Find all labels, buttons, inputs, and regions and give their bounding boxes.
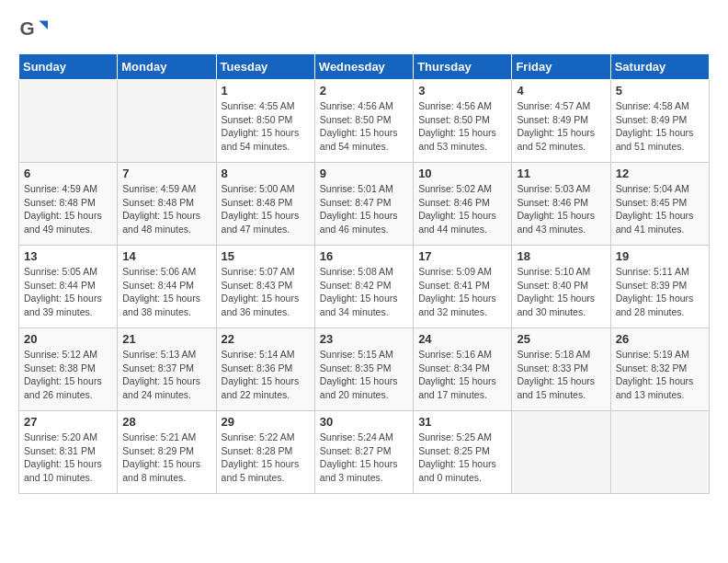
day-info: Sunrise: 5:06 AMSunset: 8:44 PMDaylight:… (122, 265, 210, 319)
day-info: Sunrise: 5:12 AMSunset: 8:38 PMDaylight:… (24, 348, 112, 402)
day-info: Sunrise: 4:55 AMSunset: 8:50 PMDaylight:… (222, 99, 310, 154)
day-info: Sunrise: 4:58 AMSunset: 8:49 PMDaylight:… (616, 99, 704, 154)
day-number: 8 (222, 167, 310, 180)
weekday-header-row: SundayMondayTuesdayWednesdayThursdayFrid… (19, 54, 710, 80)
logo-icon: G (18, 15, 48, 44)
weekday-monday: Monday (118, 54, 216, 80)
calendar-cell: 22Sunrise: 5:14 AMSunset: 8:36 PMDayligh… (216, 328, 314, 411)
weekday-wednesday: Wednesday (314, 54, 413, 80)
day-number: 14 (122, 249, 210, 263)
calendar-week-2: 6Sunrise: 4:59 AMSunset: 8:48 PMDaylight… (19, 163, 710, 246)
day-number: 16 (320, 249, 408, 263)
calendar-cell: 25Sunrise: 5:18 AMSunset: 8:33 PMDayligh… (512, 328, 610, 411)
day-number: 27 (24, 415, 112, 429)
day-number: 22 (222, 332, 310, 346)
day-number: 19 (616, 249, 704, 263)
day-info: Sunrise: 5:08 AMSunset: 8:42 PMDaylight:… (320, 265, 408, 319)
day-number: 26 (616, 332, 704, 346)
calendar-cell: 9Sunrise: 5:01 AMSunset: 8:47 PMDaylight… (314, 163, 413, 246)
calendar-cell: 18Sunrise: 5:10 AMSunset: 8:40 PMDayligh… (512, 246, 610, 328)
day-number: 18 (517, 249, 605, 263)
calendar-cell (19, 80, 118, 163)
calendar-cell: 30Sunrise: 5:24 AMSunset: 8:27 PMDayligh… (314, 411, 413, 494)
day-number: 13 (24, 249, 112, 263)
day-number: 5 (616, 84, 704, 98)
day-info: Sunrise: 5:07 AMSunset: 8:43 PMDaylight:… (222, 265, 310, 319)
day-info: Sunrise: 5:20 AMSunset: 8:31 PMDaylight:… (24, 431, 112, 485)
day-info: Sunrise: 5:19 AMSunset: 8:32 PMDaylight:… (616, 348, 704, 402)
day-info: Sunrise: 5:25 AMSunset: 8:25 PMDaylight:… (418, 431, 506, 485)
day-number: 1 (222, 84, 310, 98)
calendar-table: SundayMondayTuesdayWednesdayThursdayFrid… (18, 53, 710, 494)
day-info: Sunrise: 5:01 AMSunset: 8:47 PMDaylight:… (320, 182, 408, 236)
day-number: 25 (517, 332, 605, 346)
day-info: Sunrise: 5:24 AMSunset: 8:27 PMDaylight:… (320, 431, 408, 485)
calendar-cell: 21Sunrise: 5:13 AMSunset: 8:37 PMDayligh… (118, 328, 216, 411)
day-info: Sunrise: 5:16 AMSunset: 8:34 PMDaylight:… (418, 348, 506, 402)
calendar-cell (610, 411, 709, 494)
calendar-cell: 28Sunrise: 5:21 AMSunset: 8:29 PMDayligh… (118, 411, 216, 494)
day-info: Sunrise: 5:11 AMSunset: 8:39 PMDaylight:… (616, 265, 704, 319)
day-number: 24 (418, 332, 506, 346)
day-info: Sunrise: 4:57 AMSunset: 8:49 PMDaylight:… (517, 99, 605, 154)
day-number: 3 (418, 84, 506, 98)
day-info: Sunrise: 5:09 AMSunset: 8:41 PMDaylight:… (418, 265, 506, 319)
calendar-cell: 8Sunrise: 5:00 AMSunset: 8:48 PMDaylight… (216, 163, 314, 246)
day-number: 4 (517, 84, 605, 98)
day-info: Sunrise: 5:03 AMSunset: 8:46 PMDaylight:… (517, 182, 605, 236)
calendar-cell (118, 80, 216, 163)
calendar-week-1: 1Sunrise: 4:55 AMSunset: 8:50 PMDaylight… (19, 80, 710, 163)
day-info: Sunrise: 4:56 AMSunset: 8:50 PMDaylight:… (320, 99, 408, 154)
day-info: Sunrise: 5:22 AMSunset: 8:28 PMDaylight:… (222, 431, 310, 485)
day-number: 20 (24, 332, 112, 346)
calendar-cell: 24Sunrise: 5:16 AMSunset: 8:34 PMDayligh… (414, 328, 512, 411)
day-number: 10 (418, 167, 506, 180)
calendar-cell: 14Sunrise: 5:06 AMSunset: 8:44 PMDayligh… (118, 246, 216, 328)
weekday-tuesday: Tuesday (216, 54, 314, 80)
day-number: 15 (222, 249, 310, 263)
weekday-friday: Friday (512, 54, 610, 80)
page-header: G (18, 15, 710, 44)
calendar-cell: 1Sunrise: 4:55 AMSunset: 8:50 PMDaylight… (216, 80, 314, 163)
calendar-cell: 20Sunrise: 5:12 AMSunset: 8:38 PMDayligh… (19, 328, 118, 411)
calendar-cell: 6Sunrise: 4:59 AMSunset: 8:48 PMDaylight… (19, 163, 118, 246)
calendar-cell: 31Sunrise: 5:25 AMSunset: 8:25 PMDayligh… (414, 411, 512, 494)
svg-text:G: G (20, 17, 35, 39)
day-info: Sunrise: 5:13 AMSunset: 8:37 PMDaylight:… (122, 348, 210, 402)
day-number: 21 (122, 332, 210, 346)
day-info: Sunrise: 4:59 AMSunset: 8:48 PMDaylight:… (24, 182, 112, 236)
calendar-cell (512, 411, 610, 494)
calendar-cell: 4Sunrise: 4:57 AMSunset: 8:49 PMDaylight… (512, 80, 610, 163)
weekday-thursday: Thursday (414, 54, 512, 80)
calendar-cell: 12Sunrise: 5:04 AMSunset: 8:45 PMDayligh… (610, 163, 709, 246)
day-number: 23 (320, 332, 408, 346)
calendar-week-4: 20Sunrise: 5:12 AMSunset: 8:38 PMDayligh… (19, 328, 710, 411)
calendar-cell: 13Sunrise: 5:05 AMSunset: 8:44 PMDayligh… (19, 246, 118, 328)
day-info: Sunrise: 5:18 AMSunset: 8:33 PMDaylight:… (517, 348, 605, 402)
day-number: 11 (517, 167, 605, 180)
calendar-cell: 3Sunrise: 4:56 AMSunset: 8:50 PMDaylight… (414, 80, 512, 163)
day-info: Sunrise: 5:15 AMSunset: 8:35 PMDaylight:… (320, 348, 408, 402)
day-number: 7 (122, 167, 210, 180)
day-info: Sunrise: 4:56 AMSunset: 8:50 PMDaylight:… (418, 99, 506, 154)
day-number: 17 (418, 249, 506, 263)
logo: G (18, 15, 51, 44)
calendar-cell: 29Sunrise: 5:22 AMSunset: 8:28 PMDayligh… (216, 411, 314, 494)
day-info: Sunrise: 5:21 AMSunset: 8:29 PMDaylight:… (122, 431, 210, 485)
day-info: Sunrise: 5:14 AMSunset: 8:36 PMDaylight:… (222, 348, 310, 402)
calendar-cell: 19Sunrise: 5:11 AMSunset: 8:39 PMDayligh… (610, 246, 709, 328)
day-info: Sunrise: 4:59 AMSunset: 8:48 PMDaylight:… (122, 182, 210, 236)
calendar-cell: 26Sunrise: 5:19 AMSunset: 8:32 PMDayligh… (610, 328, 709, 411)
day-info: Sunrise: 5:10 AMSunset: 8:40 PMDaylight:… (517, 265, 605, 319)
day-number: 12 (616, 167, 704, 180)
day-info: Sunrise: 5:00 AMSunset: 8:48 PMDaylight:… (222, 182, 310, 236)
day-number: 2 (320, 84, 408, 98)
day-info: Sunrise: 5:04 AMSunset: 8:45 PMDaylight:… (616, 182, 704, 236)
day-number: 6 (24, 167, 112, 180)
weekday-sunday: Sunday (19, 54, 118, 80)
calendar-cell: 27Sunrise: 5:20 AMSunset: 8:31 PMDayligh… (19, 411, 118, 494)
calendar-cell: 23Sunrise: 5:15 AMSunset: 8:35 PMDayligh… (314, 328, 413, 411)
calendar-cell: 17Sunrise: 5:09 AMSunset: 8:41 PMDayligh… (414, 246, 512, 328)
calendar-cell: 10Sunrise: 5:02 AMSunset: 8:46 PMDayligh… (414, 163, 512, 246)
day-number: 30 (320, 415, 408, 429)
